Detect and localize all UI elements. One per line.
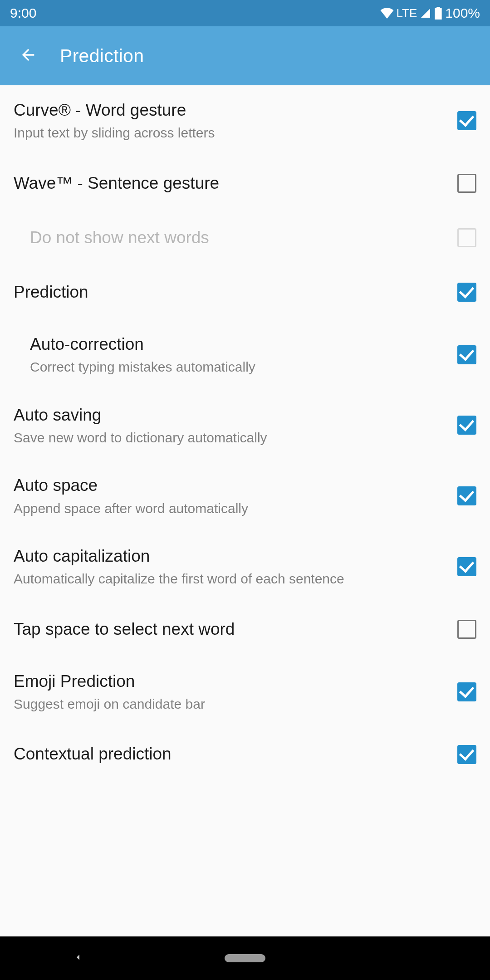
back-button[interactable] (15, 42, 42, 69)
setting-title: Contextual prediction (14, 744, 448, 764)
arrow-left-icon (19, 46, 37, 66)
setting-row[interactable]: Emoji PredictionSuggest emoji on candida… (0, 657, 490, 727)
setting-title: Emoji Prediction (14, 671, 448, 692)
battery-percent: 100% (445, 5, 480, 21)
setting-row[interactable]: Auto savingSave new word to dictionary a… (0, 390, 490, 461)
setting-checkbox[interactable] (457, 416, 476, 435)
setting-checkbox[interactable] (457, 283, 476, 302)
nav-home-pill[interactable] (225, 954, 265, 962)
status-bar: 9:00 LTE 100% (0, 0, 490, 26)
setting-checkbox (457, 228, 476, 247)
setting-checkbox[interactable] (457, 345, 476, 364)
setting-subtitle: Suggest emoji on candidate bar (14, 696, 448, 713)
setting-texts: Auto-correctionCorrect typing mistakes a… (30, 334, 457, 376)
setting-row[interactable]: Curve® - Word gestureInput text by slidi… (0, 85, 490, 156)
status-time: 9:00 (10, 5, 36, 21)
setting-checkbox[interactable] (457, 682, 476, 701)
setting-subtitle: Append space after word automatically (14, 500, 448, 517)
setting-checkbox[interactable] (457, 745, 476, 764)
signal-icon (420, 8, 431, 19)
setting-subtitle: Input text by sliding across letters (14, 124, 448, 142)
setting-title: Auto-correction (30, 334, 448, 355)
setting-row[interactable]: Prediction (0, 265, 490, 319)
setting-checkbox[interactable] (457, 557, 476, 576)
setting-texts: Prediction (14, 282, 457, 303)
setting-texts: Auto capitalizationAutomatically capital… (14, 546, 457, 588)
setting-subtitle: Save new word to dictionary automaticall… (14, 429, 448, 446)
setting-subtitle: Correct typing mistakes automatically (30, 358, 448, 376)
setting-title: Tap space to select next word (14, 619, 448, 640)
setting-title: Auto saving (14, 405, 448, 426)
system-nav-bar (0, 936, 490, 980)
setting-checkbox[interactable] (457, 174, 476, 193)
nav-back-button[interactable] (73, 952, 83, 965)
setting-texts: Curve® - Word gestureInput text by slidi… (14, 100, 457, 142)
setting-title: Do not show next words (30, 227, 448, 248)
setting-subtitle: Automatically capitalize the first word … (14, 570, 448, 588)
setting-title: Auto space (14, 475, 448, 496)
setting-title: Auto capitalization (14, 546, 448, 567)
setting-row[interactable]: Contextual prediction (0, 727, 490, 782)
setting-row[interactable]: Tap space to select next word (0, 602, 490, 657)
setting-row[interactable]: Auto capitalizationAutomatically capital… (0, 531, 490, 602)
setting-checkbox[interactable] (457, 620, 476, 639)
setting-title: Wave™ - Sentence gesture (14, 173, 448, 194)
setting-title: Prediction (14, 282, 448, 303)
setting-row[interactable]: Auto-correctionCorrect typing mistakes a… (0, 319, 490, 390)
setting-texts: Tap space to select next word (14, 619, 457, 640)
setting-texts: Do not show next words (30, 227, 457, 248)
setting-checkbox[interactable] (457, 111, 476, 130)
app-bar: Prediction (0, 26, 490, 85)
battery-icon (434, 7, 442, 20)
setting-texts: Wave™ - Sentence gesture (14, 173, 457, 194)
settings-list[interactable]: Curve® - Word gestureInput text by slidi… (0, 85, 490, 936)
setting-row: Do not show next words (0, 211, 490, 265)
setting-texts: Emoji PredictionSuggest emoji on candida… (14, 671, 457, 713)
setting-texts: Auto spaceAppend space after word automa… (14, 475, 457, 517)
setting-title: Curve® - Word gesture (14, 100, 448, 121)
setting-row[interactable]: Auto spaceAppend space after word automa… (0, 461, 490, 531)
setting-checkbox[interactable] (457, 486, 476, 505)
status-right: LTE 100% (380, 5, 480, 21)
page-title: Prediction (60, 45, 144, 67)
setting-texts: Contextual prediction (14, 744, 457, 764)
svg-rect-1 (436, 7, 440, 9)
setting-texts: Auto savingSave new word to dictionary a… (14, 405, 457, 446)
wifi-icon (380, 8, 394, 19)
network-label: LTE (397, 6, 417, 20)
setting-row[interactable]: Wave™ - Sentence gesture (0, 156, 490, 211)
svg-rect-0 (435, 8, 442, 20)
